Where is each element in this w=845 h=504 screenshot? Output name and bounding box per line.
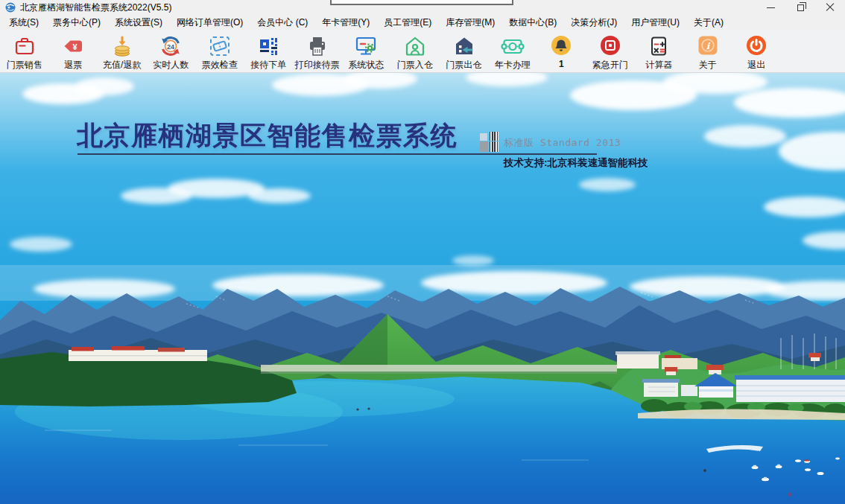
toolbar-button-ticket-check[interactable]: 票效检查: [195, 30, 244, 71]
menu-item-employee-mgmt[interactable]: 员工管理(E): [381, 15, 434, 31]
menu-item-annual-card[interactable]: 年卡管理(Y): [319, 15, 373, 31]
toolbar-label: 计算器: [645, 59, 672, 71]
support-label: 技术支持:北京科装速通智能科技: [504, 156, 648, 170]
window-title: 北京雁栖湖智能售检票系统2022(V5.5): [20, 1, 171, 14]
menu-item-user-mgmt[interactable]: 用户管理(U): [628, 15, 683, 31]
svg-text:24: 24: [167, 43, 174, 51]
toolbar-label: 接待下单: [250, 59, 286, 71]
toolbar-button-calculator[interactable]: 计算器: [635, 30, 684, 71]
app-logo-icon: [5, 2, 16, 13]
menu-item-member-center[interactable]: 会员中心 (C): [254, 15, 311, 31]
realtime-count-24-icon: 24: [159, 34, 183, 58]
close-button[interactable]: [815, 0, 845, 15]
overlapping-window-edge: [330, 0, 513, 5]
about-info-icon: i: [696, 34, 720, 58]
svg-text:¥: ¥: [73, 42, 78, 51]
toolbar-button-recharge-refund[interactable]: 充值/退款: [98, 30, 147, 71]
notification-count: 1: [559, 59, 564, 69]
toolbar-label: 紧急开门: [592, 59, 628, 71]
minimize-button[interactable]: [756, 0, 785, 15]
menu-item-ticket-center[interactable]: 票务中心(P): [50, 15, 104, 31]
toolbar-label: 关于: [699, 59, 717, 71]
toolbar-label: 门票入仓: [397, 59, 433, 71]
menu-item-inventory-mgmt[interactable]: 库存管理(M): [443, 15, 498, 31]
toolbar-button-print-reception[interactable]: 打印接待票: [293, 30, 342, 71]
print-reception-ticket-icon: [306, 34, 329, 58]
annual-card-icon: [501, 34, 525, 58]
ticket-warehouse-out-icon: [452, 34, 475, 58]
toolbar-label: 门票销售: [7, 59, 42, 71]
toolbar-button-ticket-in[interactable]: 门票入仓: [390, 30, 440, 71]
brand-barcode-logo-icon: [480, 132, 499, 152]
menu-item-decision-analysis[interactable]: 决策分析(J): [568, 15, 620, 31]
toolbar-label: 系统状态: [348, 59, 384, 71]
emergency-open-door-icon: [598, 34, 622, 58]
toolbar-label: 退出: [747, 59, 765, 71]
toolbar-button-annual-card[interactable]: 年卡办理: [488, 30, 537, 71]
calculator-icon: [647, 34, 671, 58]
reception-order-qr-icon: [256, 34, 280, 58]
toolbar-button-ticket-sales[interactable]: 门票销售: [0, 30, 49, 71]
exit-power-icon: [744, 34, 768, 58]
toolbar-button-emergency-door[interactable]: 紧急开门: [586, 30, 635, 71]
close-icon: [826, 3, 835, 12]
toolbar-label: 充值/退款: [103, 59, 141, 71]
toolbar-label: 打印接待票: [295, 59, 340, 71]
menu-item-system-settings[interactable]: 系统设置(S): [112, 15, 165, 31]
toolbar-button-reception-order[interactable]: 接待下单: [244, 30, 294, 71]
menu-item-data-center[interactable]: 数据中心(B): [506, 15, 560, 31]
toolbar-button-ticket-out[interactable]: 门票出仓: [440, 30, 489, 71]
toolbar-label: 门票出仓: [446, 59, 481, 71]
toolbar-button-about[interactable]: i 关于: [683, 30, 732, 71]
edition-label: 标准版 Standard 2013: [504, 136, 621, 150]
toolbar-button-notifications[interactable]: 1: [537, 30, 586, 69]
menu-bar: 系统(S) 票务中心(P) 系统设置(S) 网络订单管理(O) 会员中心 (C)…: [0, 15, 845, 30]
toolbar-button-realtime-count[interactable]: 24 实时人数: [147, 30, 196, 71]
main-content-area: 北京雁栖湖景区智能售检票系统 标准版 Standard 2013 技术支持:北京…: [0, 73, 845, 504]
title-bar: 北京雁栖湖智能售检票系统2022(V5.5): [0, 0, 845, 15]
recharge-refund-icon: [110, 34, 134, 58]
hero-underline: [77, 153, 597, 155]
menu-item-about[interactable]: 关于(A): [691, 15, 727, 31]
toolbar-label: 退票: [64, 59, 82, 71]
minimize-icon: [767, 7, 775, 8]
notification-bell-icon: [549, 34, 573, 58]
restore-icon: [797, 4, 804, 11]
toolbar: 门票销售 ¥ 退票 充值/退款 24 实时人数: [0, 30, 845, 73]
menu-item-system[interactable]: 系统(S): [6, 15, 42, 31]
ticket-sales-icon: [13, 34, 37, 58]
toolbar-label: 实时人数: [153, 59, 189, 71]
toolbar-label: 票效检查: [202, 59, 238, 71]
ticket-validity-scan-icon: [208, 34, 232, 58]
restore-button[interactable]: [785, 0, 815, 15]
menu-item-network-orders[interactable]: 网络订单管理(O): [174, 15, 246, 31]
toolbar-button-refund[interactable]: ¥ 退票: [49, 30, 98, 71]
system-status-monitor-icon: [354, 34, 378, 58]
toolbar-label: 年卡办理: [495, 59, 531, 71]
ticket-warehouse-in-icon: [403, 34, 427, 58]
toolbar-button-exit[interactable]: 退出: [732, 30, 782, 71]
hero-heading: 北京雁栖湖景区智能售检票系统: [77, 122, 458, 148]
window-controls: [756, 0, 845, 15]
refund-tag-icon: ¥: [61, 34, 85, 58]
toolbar-button-system-status[interactable]: 系统状态: [342, 30, 391, 71]
